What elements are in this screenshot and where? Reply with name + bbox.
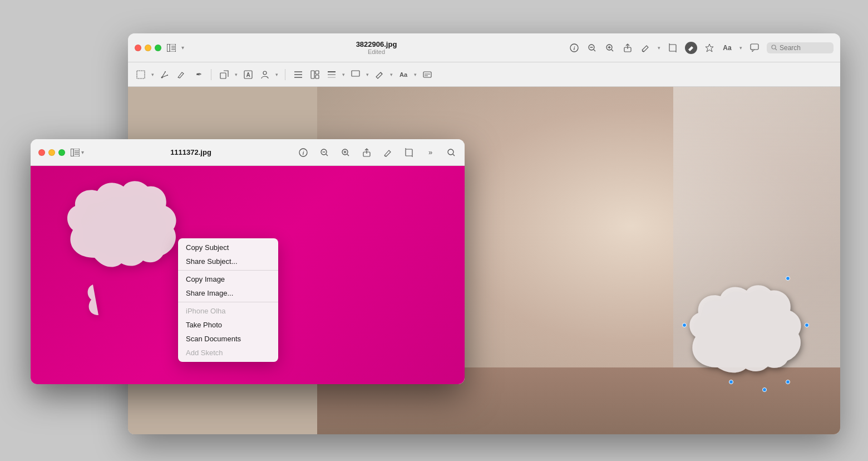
menu-share-subject[interactable]: Share Subject... [178,254,278,268]
text-tool[interactable]: A [242,68,254,81]
fullscreen-button-front[interactable] [58,149,65,156]
selection-handle-left[interactable] [682,323,687,327]
menu-add-sketch: Add Sketch [178,346,278,360]
svg-rect-27 [220,73,226,79]
selection-handle-bottom-left[interactable] [729,380,733,384]
toolbar-sep-2 [285,69,285,80]
annotate-tip-back[interactable] [704,42,715,53]
zoom-in-button-front[interactable] [340,147,351,158]
cloud-tiny [75,327,108,360]
markup-active-back[interactable] [685,42,697,54]
info-button-front[interactable]: i [298,147,309,158]
menu-sep-2 [178,302,278,302]
svg-point-64 [448,149,453,155]
menu-copy-subject[interactable]: Copy Subject [178,241,278,254]
svg-rect-0 [167,44,170,52]
svg-point-21 [772,45,776,49]
selection-handle-bottom-right[interactable] [786,380,790,384]
svg-line-65 [453,154,455,156]
rect-select-tool[interactable] [135,68,147,81]
crop-button-front[interactable] [403,147,415,158]
svg-point-30 [263,71,267,75]
share-button-front[interactable] [361,147,372,158]
menu-share-image[interactable]: Share Image... [178,286,278,300]
close-button-back[interactable] [135,45,141,51]
titlebar-front: ▾ 1111372.jpg i [31,139,465,166]
selection-handle-top-right[interactable] [786,276,790,281]
annotate-button-front[interactable] [382,147,393,158]
cloud-small-1 [86,277,142,327]
svg-rect-35 [315,71,319,74]
share-button-back[interactable] [622,42,633,53]
color-tool[interactable] [349,68,362,81]
svg-rect-17 [669,45,676,51]
title-area-back: 3822906.jpg Edited [189,40,564,55]
close-button-front[interactable] [38,149,45,156]
caption-tool[interactable] [421,68,433,81]
selection-handle-right[interactable] [805,323,809,327]
traffic-lights-back [135,45,161,51]
cloud-large [64,177,186,279]
zoom-out-button-front[interactable] [319,147,330,158]
svg-text:A: A [246,72,250,78]
layout-tool[interactable] [309,68,321,81]
svg-text:i: i [574,46,575,51]
context-menu: Copy Subject Share Subject... Copy Image… [178,238,278,362]
traffic-lights-front [38,149,65,156]
svg-point-24 [161,76,163,78]
window-subtitle-back: Edited [368,48,385,55]
front-toolbar-icons: i [298,147,457,158]
menu-take-photo[interactable]: Take Photo [178,318,278,332]
svg-line-53 [326,154,328,156]
zoom-out-button-back[interactable] [586,42,598,53]
magic-select-tool[interactable] [159,68,171,81]
crop-button-back[interactable] [667,42,678,53]
front-window-title: 1111372.jpg [90,148,292,156]
more-button-front[interactable]: » [425,147,436,158]
svg-rect-41 [423,72,431,77]
svg-line-22 [776,49,777,51]
menu-iphone-header: iPhone Olha [178,304,278,318]
svg-line-9 [594,50,595,51]
brush-tool[interactable] [373,68,386,81]
menu-copy-image[interactable]: Copy Image [178,272,278,286]
svg-rect-44 [71,149,73,156]
front-window: ▾ 1111372.jpg i [31,139,465,384]
align-tool[interactable] [292,68,304,81]
info-button-back[interactable]: i [569,42,580,53]
svg-point-26 [167,75,168,76]
fullscreen-button-back[interactable] [155,45,161,51]
titlebar-actions-back: i [569,42,834,54]
svg-rect-40 [352,71,359,76]
zoom-in-button-back[interactable] [604,42,615,53]
border-tool[interactable] [326,68,338,81]
shape-tool[interactable] [218,68,230,81]
svg-line-13 [611,50,613,51]
search-button-front[interactable] [446,147,457,158]
svg-rect-61 [406,149,412,156]
window-title-back: 3822906.jpg [356,40,397,48]
annotate-button-back[interactable] [640,42,651,53]
text-button-back[interactable]: Aa [722,42,733,53]
front-content: Copy Subject Share Subject... Copy Image… [31,166,465,384]
svg-rect-23 [137,71,145,79]
menu-scan-documents[interactable]: Scan Documents [178,332,278,346]
titlebar-back: ▾ 3822906.jpg Edited i [128,33,840,62]
text-size-tool[interactable]: Aa [397,68,410,81]
toolbar-back: ▾ ✒ ▾ A [128,62,840,87]
sidebar-toggle-back[interactable] [166,42,177,53]
svg-rect-34 [311,71,314,79]
search-input-back[interactable] [780,44,824,52]
sidebar-toggle-front[interactable]: ▾ [71,149,84,156]
search-box-back[interactable] [767,42,834,53]
minimize-button-front[interactable] [48,149,55,156]
svg-line-57 [347,154,349,156]
minimize-button-back[interactable] [145,45,151,51]
person-tool[interactable] [259,68,271,81]
speechbubble-button-back[interactable] [749,42,760,53]
pen-tool[interactable] [175,68,188,81]
selection-handle-bottom[interactable] [762,388,767,392]
toolbar-sep-1 [211,69,211,80]
svg-point-25 [165,71,166,72]
signature-tool[interactable]: ✒ [192,68,204,81]
